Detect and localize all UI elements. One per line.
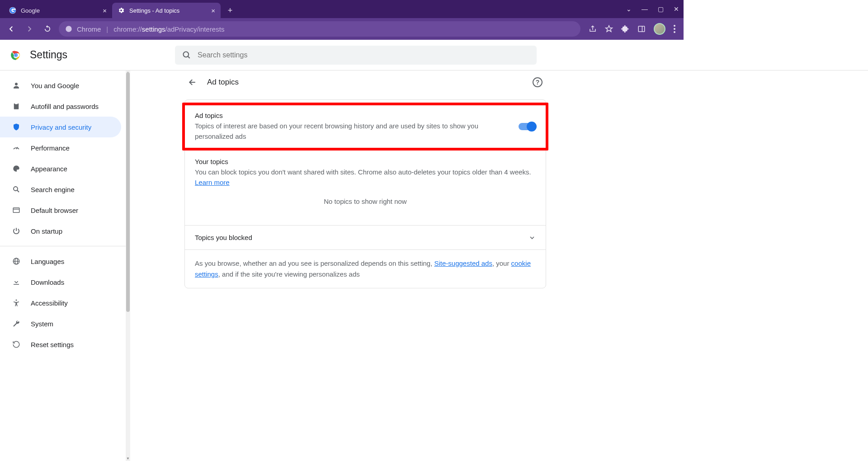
panel-back-button[interactable]: [188, 78, 197, 87]
sidebar-item-languages[interactable]: Languages: [0, 251, 121, 272]
search-icon: [182, 51, 191, 60]
restore-icon: [12, 340, 21, 348]
sidebar-item-you-and-google[interactable]: You and Google: [0, 75, 121, 96]
ad-topics-toggle[interactable]: [519, 123, 536, 130]
share-icon[interactable]: [589, 25, 597, 33]
sidebar-item-default-browser[interactable]: Default browser: [0, 200, 121, 221]
reload-button[interactable]: [41, 22, 54, 36]
svg-point-1: [66, 26, 71, 32]
globe-icon: [12, 257, 21, 265]
profile-avatar[interactable]: [654, 23, 665, 35]
speedometer-icon: [12, 144, 21, 152]
wrench-icon: [12, 320, 21, 328]
gear-icon: [118, 7, 125, 14]
toolbar-actions: [585, 23, 679, 35]
scrollbar-thumb[interactable]: [126, 72, 130, 312]
svg-point-5: [674, 28, 675, 30]
bookmark-star-icon[interactable]: [605, 25, 613, 33]
svg-point-4: [674, 25, 675, 27]
back-button[interactable]: [5, 22, 18, 36]
your-topics-title: Your topics: [195, 158, 536, 165]
address-bar[interactable]: Chrome | chrome://settings/adPrivacy/int…: [59, 21, 580, 37]
close-window-icon[interactable]: ✕: [674, 5, 679, 13]
svg-point-6: [674, 31, 675, 33]
browser-icon: [12, 206, 21, 214]
menu-dots-icon[interactable]: [674, 25, 675, 33]
google-favicon: [9, 7, 16, 14]
ad-topics-card: Ad topics Topics of interest are based o…: [184, 99, 546, 288]
sidebar-item-system[interactable]: System: [0, 313, 121, 334]
svg-rect-14: [14, 103, 19, 109]
shield-icon: [12, 123, 21, 131]
sidebar-item-on-startup[interactable]: On startup: [0, 221, 121, 241]
sidebar-item-appearance[interactable]: Appearance: [0, 158, 121, 179]
help-icon[interactable]: ?: [533, 77, 542, 87]
sidebar-item-accessibility[interactable]: Accessibility: [0, 292, 121, 313]
ad-topics-title: Ad topics: [195, 112, 509, 119]
sidebar-scrollbar[interactable]: ▲ ▼: [126, 71, 130, 363]
page-title: Settings: [30, 49, 67, 61]
learn-more-link[interactable]: Learn more: [195, 179, 230, 186]
svg-rect-25: [14, 284, 19, 285]
divider: [0, 246, 130, 246]
footnote: As you browse, whether an ad you see is …: [185, 249, 546, 288]
svg-point-26: [16, 300, 17, 301]
your-topics-empty: No topics to show right now: [195, 188, 536, 218]
svg-point-10: [15, 54, 17, 56]
panel-header: Ad topics ?: [184, 71, 546, 94]
sidebar-item-privacy[interactable]: Privacy and security: [0, 117, 121, 137]
close-icon[interactable]: ×: [103, 7, 107, 14]
tab-google[interactable]: Google ×: [4, 3, 112, 18]
tab-settings[interactable]: Settings - Ad topics ×: [112, 3, 221, 18]
chrome-shield-icon: [65, 25, 72, 33]
svg-rect-19: [13, 208, 19, 213]
close-icon[interactable]: ×: [211, 7, 215, 14]
chevron-down-icon[interactable]: ⌄: [626, 5, 632, 13]
tab-title: Google: [21, 7, 40, 14]
ad-topics-toggle-row: Ad topics Topics of interest are based o…: [182, 103, 548, 151]
site-suggested-ads-link[interactable]: Site-suggested ads: [434, 259, 492, 267]
sidebar-item-search-engine[interactable]: Search engine: [0, 179, 121, 200]
svg-rect-2: [638, 26, 645, 32]
settings-search[interactable]: [175, 46, 537, 65]
ad-topics-desc: Topics of interest are based on your rec…: [195, 121, 509, 141]
browser-toolbar: Chrome | chrome://settings/adPrivacy/int…: [0, 18, 684, 40]
url-text: chrome://settings/adPrivacy/interests: [113, 25, 224, 33]
window-controls: ⌄ ― ▢ ✕: [626, 0, 684, 18]
clipboard-icon: [12, 102, 21, 110]
sidebar-item-autofill[interactable]: Autofill and passwords: [0, 96, 121, 117]
svg-rect-15: [15, 103, 18, 104]
power-icon: [12, 227, 21, 235]
url-scheme-label: Chrome: [77, 25, 101, 33]
topics-you-blocked-row[interactable]: Topics you blocked: [185, 225, 546, 249]
sidebar-item-reset[interactable]: Reset settings: [0, 334, 121, 355]
svg-point-13: [15, 83, 18, 85]
forward-button[interactable]: [23, 22, 36, 36]
sidebar-item-performance[interactable]: Performance: [0, 137, 121, 158]
new-tab-button[interactable]: +: [223, 4, 237, 17]
settings-content: Ad topics ? Ad topics Topics of interest…: [130, 71, 684, 363]
chevron-down-icon: [528, 234, 536, 241]
extensions-icon[interactable]: [621, 25, 629, 33]
search-icon: [12, 185, 21, 193]
sidebar-item-downloads[interactable]: Downloads: [0, 272, 121, 292]
panel-title: Ad topics: [207, 78, 239, 87]
svg-point-11: [184, 52, 189, 57]
your-topics-section: Your topics You can block topics you don…: [185, 151, 546, 225]
maximize-icon[interactable]: ▢: [658, 5, 664, 13]
person-icon: [12, 81, 21, 89]
search-input[interactable]: [198, 51, 529, 59]
settings-header: Settings: [0, 40, 684, 71]
sidepanel-icon[interactable]: [637, 25, 646, 33]
palette-icon: [12, 165, 21, 173]
minimize-icon[interactable]: ―: [642, 5, 648, 13]
accessibility-icon: [12, 299, 21, 307]
tab-title: Settings - Ad topics: [129, 7, 179, 14]
chrome-logo-icon: [10, 49, 22, 61]
svg-line-12: [188, 56, 190, 58]
your-topics-desc: You can block topics you don't want shar…: [195, 167, 536, 188]
svg-line-18: [17, 190, 19, 193]
download-icon: [12, 278, 21, 286]
settings-sidebar: You and Google Autofill and passwords Pr…: [0, 71, 130, 363]
browser-titlebar: Google × Settings - Ad topics × + ⌄ ― ▢ …: [0, 0, 684, 18]
